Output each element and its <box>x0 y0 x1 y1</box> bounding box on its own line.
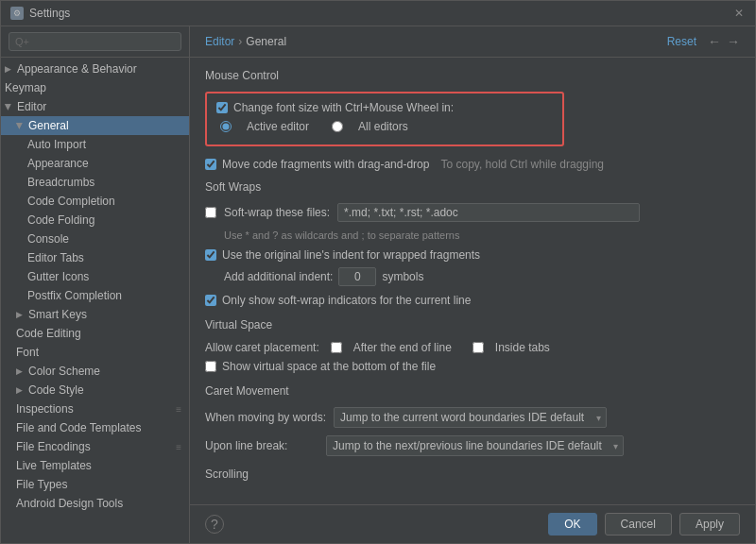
sidebar-item-inspections[interactable]: Inspections ≡ <box>1 400 189 418</box>
sidebar-item-label: Android Design Tools <box>16 497 123 510</box>
sidebar-item-android-design[interactable]: Android Design Tools <box>1 494 189 513</box>
sidebar-item-keymap[interactable]: Keymap <box>1 78 189 97</box>
sidebar-item-label: Code Style <box>28 383 84 397</box>
title-bar-controls: ✕ <box>732 7 746 20</box>
sidebar-item-live-templates[interactable]: Live Templates <box>1 456 189 475</box>
sidebar-item-label: Postfix Completion <box>27 289 122 302</box>
show-virtual-space-label: Show virtual space at the bottom of the … <box>222 360 436 373</box>
sidebar-item-code-style[interactable]: ▶ Code Style <box>1 381 189 400</box>
sidebar-item-editor-tabs[interactable]: Editor Tabs <box>1 248 189 267</box>
dialog-title: Settings <box>29 7 70 20</box>
sidebar-item-auto-import[interactable]: Auto Import <box>1 135 189 154</box>
move-code-checkbox[interactable] <box>205 159 216 170</box>
sidebar-item-console[interactable]: Console <box>1 230 189 248</box>
settings-icon: ⚙ <box>10 7 24 20</box>
active-editor-label: Active editor <box>247 120 309 133</box>
show-virtual-space-checkbox[interactable] <box>205 361 216 372</box>
scrolling-title: Scrolling <box>205 468 740 481</box>
ok-button[interactable]: OK <box>548 513 596 536</box>
chevron-icon: ▶ <box>16 366 23 376</box>
caret-movement-title: Caret Movement <box>205 384 740 398</box>
change-font-size-row: Change font size with Ctrl+Mouse Wheel i… <box>216 101 553 114</box>
sidebar-item-label: Code Editing <box>16 327 81 340</box>
sidebar-item-label: Auto Import <box>27 138 86 151</box>
apply-button[interactable]: Apply <box>679 513 740 536</box>
close-button[interactable]: ✕ <box>732 7 746 20</box>
main-panel: Editor › General Reset ← → Mouse Control… <box>190 26 755 543</box>
soft-wraps-title: Soft Wraps <box>205 180 740 194</box>
search-box <box>1 26 189 58</box>
chevron-icon: ▶ <box>4 104 13 110</box>
help-button[interactable]: ? <box>205 515 224 534</box>
breadcrumb-nav: ← → <box>708 34 740 49</box>
virtual-space-title: Virtual Space <box>205 318 740 332</box>
soft-wrap-files-row: Soft-wrap these files: <box>205 203 740 222</box>
when-moving-dropdown-wrapper: Jump to the current word boundaries IDE … <box>334 407 607 428</box>
sidebar-item-label: File Encodings <box>16 440 91 453</box>
sidebar-item-label: Live Templates <box>16 459 92 472</box>
breadcrumb-current: General <box>246 35 286 48</box>
sidebar-item-label: Appearance <box>27 157 89 170</box>
mouse-control-title: Mouse Control <box>205 69 740 82</box>
sidebar-item-editor[interactable]: ▶ Editor <box>1 97 189 116</box>
bottom-left: ? <box>205 515 224 534</box>
move-code-hint: To copy, hold Ctrl while dragging <box>440 158 604 171</box>
sidebar-item-file-types[interactable]: File Types <box>1 475 189 494</box>
move-code-row: Move code fragments with drag-and-drop T… <box>205 158 740 171</box>
sidebar-item-code-editing[interactable]: Code Editing <box>1 324 189 343</box>
sidebar-item-appearance-behavior[interactable]: ▶ Appearance & Behavior <box>1 60 189 78</box>
after-end-line-label: After the end of line <box>353 341 452 354</box>
sidebar-item-postfix-completion[interactable]: Postfix Completion <box>1 286 189 305</box>
sidebar-item-label: Editor Tabs <box>27 251 84 264</box>
when-moving-words-row: When moving by words: Jump to the curren… <box>205 407 740 428</box>
sidebar-item-general[interactable]: ▶ General <box>1 116 189 135</box>
sidebar-item-label: Editor <box>17 100 46 113</box>
sidebar-item-code-folding[interactable]: Code Folding <box>1 211 189 230</box>
breadcrumb-separator: › <box>238 35 242 48</box>
sidebar-item-color-scheme[interactable]: ▶ Color Scheme <box>1 362 189 381</box>
sidebar-item-smart-keys[interactable]: ▶ Smart Keys <box>1 305 189 324</box>
sidebar-item-font[interactable]: Font <box>1 343 189 362</box>
show-indicators-row: Only show soft-wrap indicators for the c… <box>205 294 740 307</box>
change-font-size-checkbox[interactable] <box>216 102 228 113</box>
settings-dialog: ⚙ Settings ✕ ▶ Appearance & Behavior Key… <box>0 0 756 544</box>
soft-wrap-label: Soft-wrap these files: <box>224 206 330 219</box>
breadcrumb-parent[interactable]: Editor <box>205 35 234 48</box>
title-bar-left: ⚙ Settings <box>10 7 70 20</box>
content-area: ▶ Appearance & Behavior Keymap ▶ Editor … <box>1 26 755 543</box>
upon-line-break-dropdown-wrapper: Jump to the next/previous line boundarie… <box>326 435 624 456</box>
sidebar-item-label: Font <box>16 346 39 359</box>
soft-wrap-hint: Use * and ? as wildcards and ; to separa… <box>224 230 740 241</box>
sidebar-item-appearance[interactable]: Appearance <box>1 154 189 173</box>
when-moving-dropdown[interactable]: Jump to the current word boundaries IDE … <box>334 407 607 428</box>
cancel-button[interactable]: Cancel <box>605 513 672 536</box>
allow-caret-row: Allow caret placement: After the end of … <box>205 341 740 354</box>
upon-line-break-dropdown[interactable]: Jump to the next/previous line boundarie… <box>326 435 624 456</box>
sidebar-item-label: Code Folding <box>27 213 94 227</box>
nav-back-arrow[interactable]: ← <box>708 34 721 49</box>
sidebar-item-file-encodings[interactable]: File Encodings ≡ <box>1 437 189 456</box>
search-input[interactable] <box>9 32 181 51</box>
reset-button[interactable]: Reset <box>667 35 696 48</box>
soft-wrap-input[interactable] <box>337 203 640 222</box>
soft-wrap-checkbox[interactable] <box>205 207 216 218</box>
show-indicators-checkbox[interactable] <box>205 295 216 306</box>
active-editor-radio[interactable] <box>220 121 232 132</box>
sidebar-item-file-code-templates[interactable]: File and Code Templates <box>1 418 189 437</box>
use-original-indent-checkbox[interactable] <box>205 249 216 261</box>
sidebar-item-label: Keymap <box>5 81 46 94</box>
sidebar-item-gutter-icons[interactable]: Gutter Icons <box>1 267 189 286</box>
sidebar-item-breadcrumbs[interactable]: Breadcrumbs <box>1 173 189 192</box>
settings-content: Mouse Control Change font size with Ctrl… <box>190 58 755 504</box>
inside-tabs-checkbox[interactable] <box>472 342 484 353</box>
nav-forward-arrow[interactable]: → <box>727 34 740 49</box>
sidebar-item-label: Code Completion <box>27 195 115 208</box>
after-end-line-checkbox[interactable] <box>331 342 342 353</box>
all-editors-radio[interactable] <box>332 121 343 132</box>
add-indent-input[interactable] <box>338 267 376 286</box>
chevron-icon: ▶ <box>16 385 23 395</box>
all-editors-label: All editors <box>358 120 408 133</box>
sidebar-item-code-completion[interactable]: Code Completion <box>1 192 189 211</box>
chevron-icon: ▶ <box>15 123 25 129</box>
sidebar-item-label: File and Code Templates <box>16 421 142 434</box>
